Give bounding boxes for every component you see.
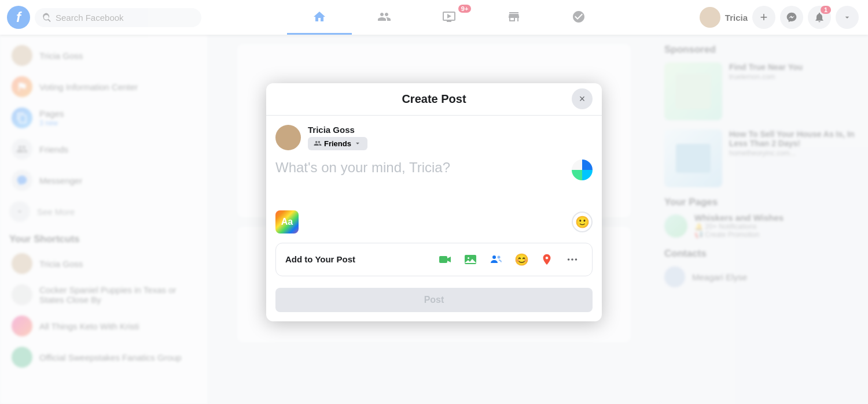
- modal-close-button[interactable]: ×: [572, 88, 593, 109]
- add-friend-tag-button[interactable]: [486, 249, 506, 270]
- add-to-post-section: Add to Your Post 😊: [275, 243, 593, 276]
- text-format-button[interactable]: Aa: [275, 210, 299, 233]
- emoji-button[interactable]: 🙂: [572, 212, 593, 232]
- post-placeholder[interactable]: What's on your mind, Tricia?: [275, 160, 593, 176]
- modal-overlay: Create Post × Tricia Goss Friends What's…: [0, 0, 868, 404]
- background-selector[interactable]: [572, 160, 593, 180]
- add-location-button[interactable]: [536, 249, 557, 270]
- audience-selector[interactable]: Friends: [308, 137, 367, 150]
- svg-point-5: [492, 255, 496, 259]
- add-video-button[interactable]: [435, 249, 455, 270]
- svg-point-3: [468, 257, 469, 259]
- svg-point-6: [498, 255, 501, 258]
- modal-header: Create Post ×: [266, 83, 602, 116]
- svg-marker-1: [447, 257, 451, 262]
- add-more-button[interactable]: [562, 249, 583, 270]
- add-icons-group: 😊: [435, 249, 583, 270]
- modal-user-avatar: [275, 125, 301, 150]
- svg-point-8: [571, 258, 573, 261]
- modal-title: Create Post: [402, 92, 466, 106]
- post-button[interactable]: Post: [275, 288, 593, 312]
- modal-user-section: Tricia Goss Friends: [266, 116, 602, 160]
- svg-point-7: [568, 258, 570, 261]
- modal-user-name: Tricia Goss: [308, 125, 367, 135]
- add-photo-button[interactable]: [460, 249, 481, 270]
- create-post-modal: Create Post × Tricia Goss Friends What's…: [266, 83, 602, 321]
- add-to-post-label: Add to Your Post: [285, 254, 355, 264]
- svg-rect-0: [439, 256, 447, 263]
- post-button-wrap: Post: [266, 281, 602, 321]
- add-feeling-button[interactable]: 😊: [511, 249, 532, 270]
- post-input-area[interactable]: What's on your mind, Tricia?: [266, 160, 602, 206]
- color-wheel-icon: [572, 160, 593, 180]
- audience-label: Friends: [324, 139, 351, 148]
- svg-point-9: [575, 258, 578, 261]
- text-format-section: Aa 🙂: [266, 206, 602, 238]
